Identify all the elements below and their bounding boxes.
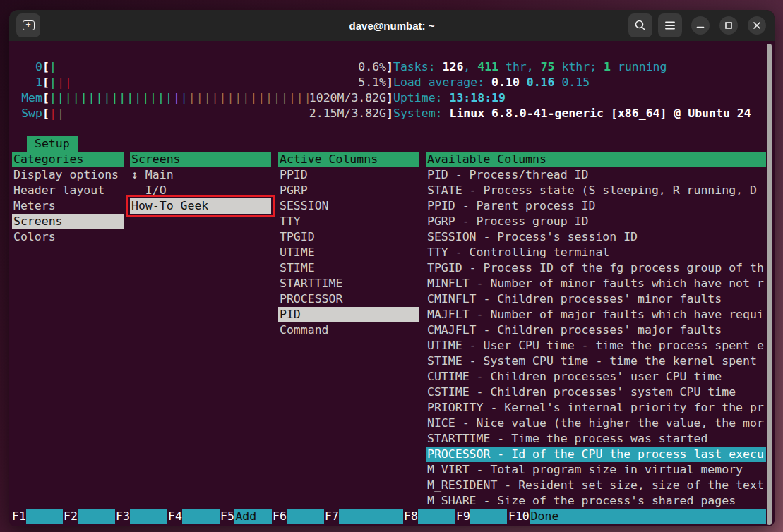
meter-bar-red: | — [49, 107, 57, 120]
list-item[interactable]: CMINFLT - Children processes' minor faul… — [426, 291, 766, 307]
meter-1: 1[|||5.1%] — [21, 75, 393, 90]
scrollbar-thumb[interactable] — [767, 44, 772, 525]
list-item[interactable]: Command — [278, 322, 419, 338]
panel-header-active-columns: Active Columns — [278, 152, 419, 167]
list-item[interactable]: ↕ Main — [130, 167, 271, 183]
htop-setup-screen: 0[|0.6%]1[|||5.1%]Mem[||||||||||||||||||… — [9, 41, 775, 526]
list-item[interactable]: CSTIME - Children processes' system CPU … — [426, 385, 766, 400]
tab-setup[interactable]: Setup — [27, 136, 78, 152]
meter-bar-green: |||||||||||||||| — [49, 91, 173, 104]
list-item[interactable]: MAJFLT - Number of major faults which ha… — [426, 307, 766, 322]
list-item[interactable]: TTY - Controlling terminal — [426, 245, 766, 260]
fkey-f9-label[interactable] — [470, 509, 507, 524]
meter-value: 0.6% — [358, 59, 386, 75]
list-item[interactable]: Meters — [12, 198, 124, 214]
list-item[interactable]: TTY — [278, 214, 419, 229]
fkey-f7-label[interactable] — [339, 509, 403, 524]
maximize-button[interactable] — [719, 16, 738, 35]
search-icon — [634, 19, 647, 32]
fkey-f8[interactable]: F8 — [404, 509, 418, 524]
meter-label: 0 — [21, 59, 42, 75]
fkey-f1-label[interactable] — [26, 509, 63, 524]
minimize-icon — [696, 21, 705, 30]
list-item[interactable]: STARTTIME - Time the process was started — [426, 431, 766, 447]
panel-header-screens: Screens — [130, 152, 271, 167]
list-item[interactable]: TPGID - Process ID of the fg process gro… — [426, 260, 766, 276]
list-item[interactable]: STATE - Process state (S sleeping, R run… — [426, 183, 766, 198]
list-item[interactable]: MINFLT - Number of minor faults which ha… — [426, 276, 766, 291]
header-info-line: Uptime: 13:18:19 — [393, 90, 767, 106]
fkey-f10[interactable]: F10 — [508, 509, 530, 524]
list-item[interactable]: NICE - Nice value (the higher the value,… — [426, 416, 766, 431]
list-item[interactable]: PROCESSOR - Id of the CPU the process la… — [426, 447, 766, 462]
close-icon — [753, 21, 761, 30]
fkey-f4[interactable]: F4 — [168, 509, 182, 524]
meter-swp: Swp[||2.15M/3.82G] — [21, 106, 393, 121]
fkey-f5-label[interactable]: Add — [234, 509, 272, 524]
meter-bar-blue: | — [181, 91, 189, 104]
header-info-line: System: Linux 6.8.0-41-generic [x86_64] … — [393, 106, 767, 121]
list-item[interactable]: STIME - System CPU time - time the kerne… — [426, 353, 766, 369]
meter-value: 1020M/3.82G — [309, 90, 386, 106]
fkey-f5[interactable]: F5 — [220, 509, 234, 524]
list-item[interactable]: PGRP — [278, 183, 419, 198]
panel-header-available-columns: Available Columns — [426, 152, 766, 167]
fkey-f2[interactable]: F2 — [64, 509, 78, 524]
list-item[interactable]: M_VIRT - Total program size in virtual m… — [426, 462, 766, 478]
list-item[interactable]: Colors — [12, 229, 124, 245]
list-item[interactable]: Display options — [12, 167, 124, 183]
menu-button[interactable] — [658, 13, 682, 37]
list-item[interactable]: M_SHARE - Size of the process's shared p… — [426, 493, 766, 509]
list-item[interactable]: STIME — [278, 260, 419, 276]
meter-bar-yellow: | — [57, 107, 65, 120]
new-tab-icon — [23, 20, 35, 30]
list-item[interactable]: PPID — [278, 167, 419, 183]
list-item[interactable]: PROCESSOR — [278, 291, 419, 307]
list-item[interactable]: SESSION - Process's session ID — [426, 229, 766, 245]
annotation-red-box — [126, 195, 275, 217]
list-item[interactable]: STARTTIME — [278, 276, 419, 291]
terminal-window: dave@numbat: ~ — [9, 10, 775, 526]
fkey-f6-label[interactable] — [287, 509, 324, 524]
fkey-f1[interactable]: F1 — [12, 509, 26, 524]
fkey-f8-label[interactable] — [418, 509, 455, 524]
list-item[interactable]: M_RESIDENT - Resident set size, size of … — [426, 478, 766, 493]
search-button[interactable] — [628, 13, 652, 37]
new-tab-button[interactable] — [16, 13, 40, 37]
fkey-f2-label[interactable] — [78, 509, 115, 524]
list-item[interactable]: CUTIME - Children processes' user CPU ti… — [426, 369, 766, 385]
meter-value: 2.15M/3.82G — [309, 106, 386, 121]
list-item[interactable]: TPGID — [278, 229, 419, 245]
meter-label: 1 — [21, 75, 42, 90]
header-info-line: Tasks: 126, 411 thr, 75 kthr; 1 running — [393, 59, 767, 75]
meter-bar-yellow: ||||||||||||||||||||||| — [189, 91, 309, 104]
titlebar[interactable]: dave@numbat: ~ — [9, 10, 775, 41]
list-item[interactable]: PGRP - Process group ID — [426, 214, 766, 229]
fkey-f4-label[interactable] — [182, 509, 220, 524]
list-item[interactable]: PID — [278, 307, 419, 322]
list-item[interactable]: PID - Process/thread ID — [426, 167, 766, 183]
menu-icon — [664, 20, 676, 30]
minimize-button[interactable] — [691, 16, 710, 35]
fkey-f3-label[interactable] — [130, 509, 167, 524]
meter-bar-green: | — [49, 60, 57, 73]
fkey-f9[interactable]: F9 — [456, 509, 470, 524]
fkey-f3[interactable]: F3 — [116, 509, 130, 524]
fkey-f10-label[interactable]: Done — [530, 509, 766, 524]
list-item[interactable]: CMAJFLT - Children processes' major faul… — [426, 322, 766, 338]
list-item[interactable]: UTIME - User CPU time - time the process… — [426, 338, 766, 353]
list-item[interactable]: SESSION — [278, 198, 419, 214]
maximize-icon — [724, 21, 733, 30]
meter-bar-magenta: | — [173, 91, 181, 104]
list-item[interactable]: PRIORITY - Kernel's internal priority fo… — [426, 400, 766, 416]
list-item[interactable]: UTIME — [278, 245, 419, 260]
list-item[interactable]: Header layout — [12, 183, 124, 198]
meter-label: Swp — [21, 106, 42, 121]
list-item[interactable]: PPID - Parent process ID — [426, 198, 766, 214]
meter-label: Mem — [21, 90, 42, 106]
fkey-f7[interactable]: F7 — [325, 509, 339, 524]
close-button[interactable] — [748, 16, 766, 35]
list-item[interactable]: Screens — [12, 214, 124, 229]
fkey-f6[interactable]: F6 — [273, 509, 287, 524]
meter-bar-red: || — [57, 75, 73, 89]
